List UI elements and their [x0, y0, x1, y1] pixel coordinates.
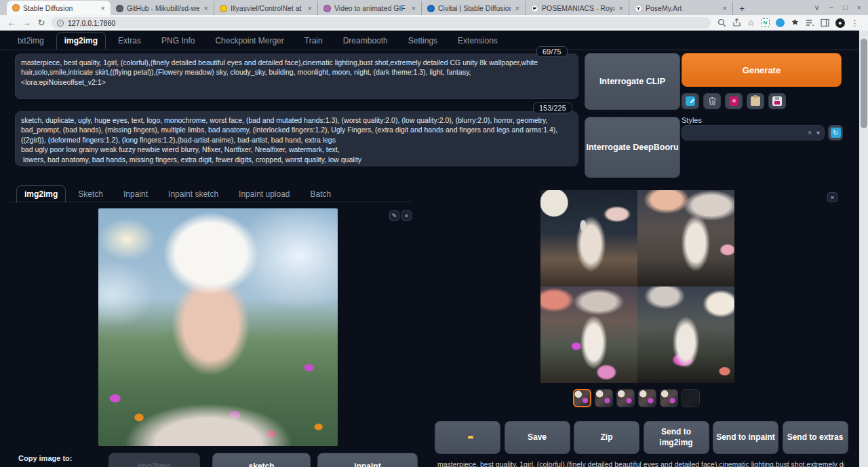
send-to-img2img-button[interactable]: Send to img2img [644, 421, 709, 454]
share-icon[interactable] [732, 18, 741, 27]
tab-close-icon[interactable]: × [514, 4, 521, 12]
refresh-styles-button[interactable]: ↻ [828, 125, 843, 141]
subtab-inpaint-sketch[interactable]: Inpaint sketch [160, 185, 226, 203]
browser-tab-posemyart[interactable]: Y PoseMy.Art × [629, 1, 733, 15]
img2img-source-image[interactable] [98, 208, 338, 446]
tab-img2img[interactable]: img2img [56, 32, 106, 50]
copy-to-sketch-button[interactable]: sketch [212, 453, 311, 467]
gallery-thumbnail-5[interactable] [660, 389, 678, 407]
tab-title: POSEMANIACS - Royalty free 3 [542, 4, 614, 12]
open-folder-button[interactable] [435, 421, 500, 454]
tab-list-icon[interactable] [806, 18, 814, 27]
close-icon[interactable]: × [857, 3, 861, 12]
browser-tab-github[interactable]: GitHub - Mikubill/sd-webui-con × [111, 1, 214, 15]
generated-image-4[interactable] [637, 286, 734, 383]
profile-avatar[interactable]: ● [835, 18, 845, 28]
browser-tab-controlnet[interactable]: Illyasviel/ControlNet at main × [214, 1, 318, 15]
styles-label: Styles [682, 116, 702, 124]
tab-close-icon[interactable]: × [307, 4, 313, 12]
address-bar[interactable]: i 127.0.0.1:7860 [52, 17, 711, 29]
send-to-extras-button[interactable]: Send to extras [783, 421, 848, 454]
tab-title: Video to animated GIF converter [334, 4, 407, 12]
copy-to-inpaint-button[interactable]: inpaint [317, 453, 418, 467]
clear-prompt-button[interactable] [703, 93, 721, 109]
tab-extras[interactable]: Extras [110, 32, 149, 50]
tab-close-icon[interactable]: × [722, 4, 728, 12]
save-style-button[interactable] [768, 93, 786, 109]
send-to-inpaint-button[interactable]: Send to inpaint [713, 421, 778, 454]
tab-search-icon[interactable]: ∨ [814, 3, 819, 12]
gallery-thumbnail-3[interactable] [616, 389, 635, 407]
prompt-token-counter: 69/75 [536, 46, 568, 57]
minimize-icon[interactable]: − [829, 3, 833, 12]
tab-close-icon[interactable]: × [100, 4, 106, 12]
reload-icon[interactable]: ↻ [34, 18, 49, 28]
tab-close-icon[interactable]: × [410, 4, 417, 12]
refresh-icon: ↻ [831, 128, 841, 138]
generate-button[interactable]: Generate [682, 53, 842, 87]
extension-n-icon[interactable]: N [761, 18, 770, 27]
browser-tab-civitai[interactable]: Civitai | Stable Diffusion model × [422, 1, 526, 15]
subtab-img2img[interactable]: img2img [16, 185, 66, 203]
styles-dropdown[interactable]: × ▾ [682, 125, 825, 141]
browser-tab-stable-diffusion[interactable]: Stable Diffusion × [7, 1, 111, 15]
negative-prompt-input[interactable]: sketch, duplicate, ugly, huge eyes, text… [15, 111, 578, 166]
paste-params-icon [686, 96, 695, 106]
subtab-divider [9, 202, 412, 202]
generated-image-3[interactable] [540, 286, 637, 383]
new-tab-button[interactable]: + [736, 2, 748, 14]
remove-image-icon[interactable]: × [401, 210, 412, 221]
civitai-favicon-icon [427, 5, 435, 12]
subtab-sketch[interactable]: Sketch [70, 185, 111, 203]
page-scrollbar[interactable] [859, 31, 868, 467]
gallery-thumbnail-2[interactable] [595, 389, 613, 407]
copy-to-img2img-button[interactable]: img2img [108, 453, 200, 467]
prompt-input[interactable]: masterpiece, best quality, 1girl, (color… [15, 54, 578, 99]
gallery-thumbnail-1[interactable] [573, 389, 591, 407]
site-info-icon[interactable]: i [57, 20, 64, 26]
gallery-thumbnail-4[interactable] [638, 389, 656, 407]
tab-train[interactable]: Train [296, 32, 331, 50]
tab-close-icon[interactable]: × [203, 4, 210, 12]
styles-clear-icon[interactable]: × [808, 129, 812, 136]
gallery-close-icon[interactable]: × [827, 192, 837, 202]
forward-icon[interactable]: → [19, 18, 34, 28]
tab-title: PoseMy.Art [646, 4, 718, 12]
subtab-inpaint[interactable]: Inpaint [115, 185, 156, 203]
interrogate-deepbooru-button[interactable]: Interrogate DeepBooru [585, 117, 680, 178]
tab-txt2img[interactable]: txt2img [9, 32, 52, 50]
maximize-icon[interactable]: □ [843, 3, 848, 12]
tab-settings[interactable]: Settings [400, 32, 446, 50]
apply-style-button[interactable] [747, 93, 764, 109]
menu-dots-icon[interactable]: ⋮ [851, 18, 859, 28]
extensions-puzzle-icon[interactable] [791, 18, 800, 27]
chevron-down-icon[interactable]: ▾ [816, 129, 820, 136]
tab-close-icon[interactable]: × [618, 4, 625, 12]
scrollbar-thumb[interactable] [861, 39, 867, 128]
zip-button[interactable]: Zip [574, 421, 639, 454]
paste-generation-params-button[interactable] [682, 93, 699, 109]
extra-networks-button[interactable] [725, 93, 743, 109]
save-button[interactable]: Save [505, 421, 570, 454]
edit-image-icon[interactable]: ✎ [389, 210, 399, 221]
gallery-thumbnail-strip [573, 389, 700, 407]
zoom-icon[interactable] [717, 18, 726, 27]
generated-image-1[interactable] [540, 190, 637, 286]
interrogate-clip-button[interactable]: Interrogate CLIP [585, 53, 680, 110]
gallery-thumbnail-6[interactable] [682, 389, 700, 407]
bookmark-star-icon[interactable]: ☆ [747, 18, 755, 28]
browser-tab-posemaniacs[interactable]: P POSEMANIACS - Royalty free 3 × [526, 1, 629, 15]
subtab-inpaint-upload[interactable]: Inpaint upload [231, 185, 298, 203]
posemyart-favicon-icon: Y [635, 5, 642, 12]
subtab-batch[interactable]: Batch [302, 185, 340, 203]
browser-tab-gif-converter[interactable]: Video to animated GIF converter × [318, 1, 422, 15]
tab-dreambooth[interactable]: Dreambooth [335, 32, 396, 50]
tab-png-info[interactable]: PNG Info [153, 32, 203, 50]
generated-image-2[interactable] [637, 190, 734, 286]
tab-checkpoint-merger[interactable]: Checkpoint Merger [207, 32, 292, 50]
extension-blue-icon[interactable] [776, 18, 785, 27]
url-text[interactable]: 127.0.0.1:7860 [68, 19, 115, 27]
side-panel-icon[interactable] [821, 18, 829, 27]
tab-extensions[interactable]: Extensions [450, 32, 506, 50]
back-icon[interactable]: ← [4, 18, 19, 28]
